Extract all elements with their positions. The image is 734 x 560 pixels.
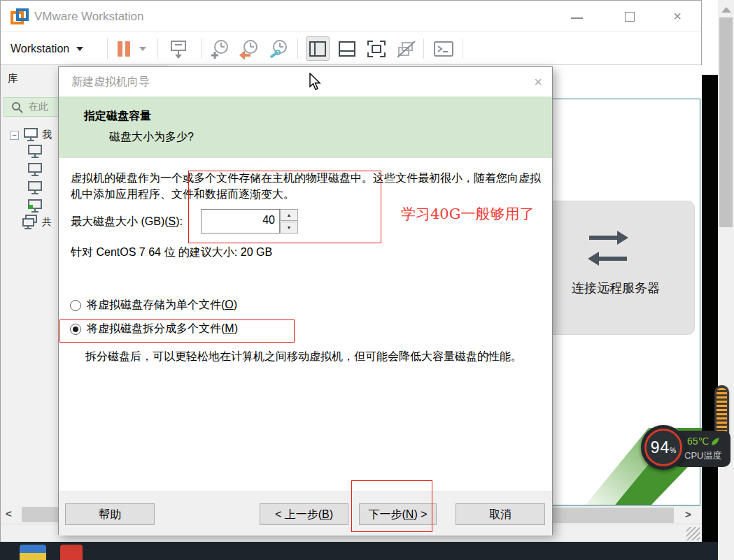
taskbar <box>0 542 718 560</box>
desktop-background <box>702 75 718 542</box>
radio-unselected-icon[interactable] <box>70 300 81 311</box>
toolbar: Workstation <box>1 32 701 65</box>
minimize-button[interactable] <box>560 1 593 32</box>
cpu-temp-label: CPU温度 <box>684 450 721 462</box>
screen: VMware Workstation × Workstation <box>0 0 734 560</box>
show-library-toggle[interactable] <box>306 36 330 61</box>
scroll-left-arrow[interactable]: < <box>6 508 12 519</box>
percent-sign: % <box>670 447 676 454</box>
screen-vertical-scrollbar[interactable] <box>718 0 734 560</box>
mouse-cursor <box>309 73 324 91</box>
step-subtitle: 磁盘大小为多少? <box>109 130 194 145</box>
sidebar-layout-icon <box>309 41 327 57</box>
close-icon: × <box>673 8 682 24</box>
pause-dropdown-button[interactable] <box>139 32 146 65</box>
unity-disabled-icon <box>396 40 416 58</box>
scrollbar-thumb[interactable] <box>719 17 733 227</box>
maximize-button[interactable] <box>614 1 646 32</box>
chevron-down-icon <box>76 47 83 51</box>
pause-vm-button[interactable] <box>118 32 130 65</box>
send-ctrl-alt-del-button[interactable] <box>168 32 189 65</box>
toolbar-separator <box>157 38 158 59</box>
console-view-button[interactable] <box>432 36 456 61</box>
label-text: 最大磁盘大小 (GB)( <box>71 215 169 227</box>
wizard-step-header: 指定磁盘容量 磁盘大小为多少? <box>59 96 552 158</box>
red-highlight-disk-size <box>188 171 381 243</box>
unity-mode-button[interactable] <box>394 36 418 61</box>
toolbar-separator <box>201 38 202 59</box>
radio-label: 将虚拟磁盘存储为单个文件(O) <box>87 298 237 313</box>
scroll-up-arrow[interactable] <box>721 7 731 13</box>
step-title: 指定磁盘容量 <box>84 109 151 124</box>
radio-single-file[interactable]: 将虚拟磁盘存储为单个文件(O) <box>70 298 237 313</box>
dialog-footer: 帮助 < 上一步(B) 下一步(N) > 取消 <box>59 491 552 536</box>
vm-icon <box>27 145 43 159</box>
swap-arrows-icon <box>586 227 630 271</box>
connect-card-label: 连接远程服务器 <box>537 280 694 296</box>
red-highlight-split-option <box>59 320 295 343</box>
connect-remote-server-card[interactable]: 连接远程服务器 <box>537 201 695 335</box>
tree-item-vm[interactable] <box>27 145 43 159</box>
search-placeholder: 在此 <box>29 101 48 113</box>
dialog-title-bar[interactable]: 新建虚拟机向导 × <box>59 67 552 96</box>
label-text: ): <box>176 215 183 227</box>
taskbar-app-icon[interactable] <box>60 545 83 560</box>
revert-snapshot-button[interactable] <box>239 32 260 65</box>
cpu-temp-value: 65℃ <box>687 436 709 447</box>
cpu-usage-value: 94 <box>651 438 670 457</box>
vm-icon <box>27 163 43 177</box>
tree-item-vm-running[interactable] <box>27 199 43 213</box>
minimize-icon <box>571 17 583 19</box>
pause-icon <box>118 41 122 57</box>
window-title: VMware Workstation <box>34 1 144 32</box>
snapshot-revert-icon <box>239 38 260 59</box>
horizontal-scrollbar-left[interactable]: < <box>1 505 59 524</box>
tree-item-my-computer[interactable]: − 我 <box>10 128 52 142</box>
show-thumbnail-bar-toggle[interactable] <box>335 36 359 61</box>
cpu-usage-gauge[interactable]: 94 % <box>641 425 686 470</box>
resize-grip[interactable] <box>686 527 700 540</box>
pause-icon <box>125 41 130 57</box>
collapse-icon[interactable]: − <box>10 131 19 140</box>
terminal-icon <box>433 40 454 58</box>
fullscreen-icon <box>367 40 386 58</box>
toolbar-separator <box>297 38 298 59</box>
help-button[interactable]: 帮助 <box>65 503 155 525</box>
workstation-menu-label: Workstation <box>10 43 69 55</box>
new-vm-wizard-dialog: 新建虚拟机向导 × 指定磁盘容量 磁盘大小为多少? 虚拟机的硬盘作为一个或多个文… <box>58 66 553 535</box>
access-key: S <box>169 215 176 227</box>
vm-icon <box>27 181 43 195</box>
snapshot-manager-icon <box>269 38 290 59</box>
max-disk-size-label: 最大磁盘大小 (GB)(S): <box>71 215 183 229</box>
tree-item-vm[interactable] <box>27 163 43 177</box>
chevron-down-icon <box>139 47 146 51</box>
scrollbar-thumb[interactable] <box>22 507 59 522</box>
taskbar-app-icon[interactable] <box>20 545 46 560</box>
toolbar-separator <box>463 38 463 59</box>
fullscreen-button[interactable] <box>365 36 388 61</box>
dialog-close-button[interactable]: × <box>534 67 542 96</box>
toolbar-separator <box>423 38 424 59</box>
dialog-title: 新建虚拟机向导 <box>71 67 150 96</box>
scroll-right-arrow[interactable]: > <box>685 508 691 520</box>
close-button[interactable]: × <box>661 1 693 32</box>
search-icon <box>11 101 23 113</box>
library-label: 库 <box>8 72 18 85</box>
snapshot-add-icon <box>210 38 231 59</box>
back-button[interactable]: < 上一步(B) <box>260 503 348 525</box>
usage-stripes <box>717 388 727 434</box>
title-bar: VMware Workstation × <box>1 1 701 32</box>
take-snapshot-button[interactable] <box>210 32 231 65</box>
maximize-icon <box>625 12 635 22</box>
tree-item-shared-vms[interactable]: 共 <box>22 215 52 230</box>
vmware-logo-icon <box>10 8 29 26</box>
snapshot-manager-button[interactable] <box>269 32 290 65</box>
cancel-button[interactable]: 取消 <box>456 503 545 525</box>
shared-vms-icon <box>22 215 38 230</box>
bottom-panel-layout-icon <box>338 41 356 57</box>
computer-icon <box>23 128 38 142</box>
workstation-menu-button[interactable]: Workstation <box>10 32 83 65</box>
toolbar-separator <box>107 38 108 59</box>
leaf-icon <box>711 437 720 446</box>
tree-item-vm[interactable] <box>27 181 43 195</box>
